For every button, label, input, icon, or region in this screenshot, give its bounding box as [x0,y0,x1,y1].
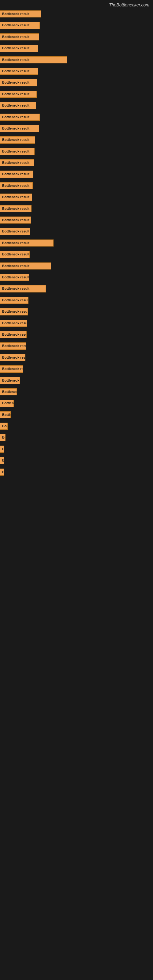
bar-row: Bottleneck result [0,136,153,145]
bar-row: Bottleneck result [0,388,153,397]
bar-row: Bottleneck result [0,433,153,443]
bar-row: Bottleneck result [0,331,153,340]
bottleneck-bar[interactable]: Bottleneck result [0,354,26,361]
bar-row: Bottleneck result [0,90,153,100]
bottleneck-bar[interactable]: Bottleneck result [0,377,20,384]
bottleneck-bar[interactable]: Bottleneck result [0,33,39,40]
bottleneck-bar[interactable]: Bottleneck result [0,320,27,327]
site-title-bar: TheBottlenecker.com [0,0,153,9]
bar-row: Bottleneck result [0,353,153,363]
bar-row: Bottleneck result [0,227,153,237]
bar-row: Bottleneck result [0,124,153,134]
bar-row: Bottleneck result [0,147,153,157]
bar-row: Bottleneck result [0,273,153,283]
bar-row: Bottleneck result [0,250,153,260]
bar-row: Bottleneck result [0,342,153,351]
bar-row: Bottleneck result [0,445,153,455]
bar-row: Bottleneck result [0,285,153,294]
bottleneck-bar[interactable]: Bottleneck result [0,148,35,155]
bar-row: Bottleneck result [0,422,153,431]
bar-row: Bottleneck result [0,170,153,180]
bar-row: Bottleneck result [0,319,153,329]
bottleneck-bar[interactable]: Bottleneck result [0,79,37,86]
bottleneck-bar[interactable]: Bottleneck result [0,342,26,350]
bar-row: Bottleneck result [0,193,153,202]
bottleneck-bar[interactable]: Bottleneck result [0,388,17,395]
bottleneck-bar[interactable]: Bottleneck result [0,136,35,143]
bottleneck-bar[interactable]: Bottleneck result [0,228,30,235]
bar-row: Bottleneck result [0,239,153,248]
bottleneck-bar[interactable]: Bottleneck result [0,56,67,64]
site-title: TheBottlenecker.com [0,0,153,9]
bar-row: Bottleneck result [0,67,153,76]
bar-row: Bottleneck result [0,113,153,123]
bottleneck-bar[interactable]: Bottleneck result [0,10,41,18]
bottleneck-bar[interactable]: Bottleneck result [0,216,31,224]
bottleneck-bar[interactable]: Bottleneck result [0,251,30,258]
bottleneck-bar[interactable]: Bottleneck result [0,114,40,121]
bar-row: Bottleneck result [0,159,153,168]
bar-row: Bottleneck result [0,365,153,374]
bottleneck-bar[interactable]: Bottleneck result [0,434,5,441]
bar-row: Bottleneck result [0,411,153,420]
bar-row: Bottleneck result [0,33,153,42]
bottleneck-bar[interactable]: Bottleneck result [0,22,40,29]
bottleneck-bar[interactable]: Bottleneck result [0,159,34,166]
bar-row: Bottleneck result [0,399,153,409]
bar-row: Bottleneck result [0,181,153,191]
bar-row: Bottleneck result [0,307,153,317]
bottleneck-bar[interactable]: Bottleneck result [0,331,27,338]
bottleneck-bar[interactable]: Bottleneck result [0,68,38,75]
bottleneck-bar[interactable]: Bottleneck result [0,182,33,189]
bar-row: Bottleneck result [0,216,153,225]
bottleneck-bar[interactable]: Bottleneck result [0,469,4,476]
bar-row: Bottleneck result [0,376,153,386]
bottleneck-bar[interactable]: Bottleneck result [0,125,39,132]
bar-row: Bottleneck result [0,468,153,477]
bar-row: Bottleneck result [0,21,153,30]
bar-row: Bottleneck result [0,10,153,19]
bottleneck-bar[interactable]: Bottleneck result [0,240,54,247]
bottleneck-bar[interactable]: Bottleneck result [0,365,23,372]
bars-container: Bottleneck resultBottleneck resultBottle… [0,9,153,480]
bottleneck-bar[interactable]: Bottleneck result [0,102,36,109]
bar-row: Bottleneck result [0,56,153,65]
bottleneck-bar[interactable]: Bottleneck result [0,274,29,281]
bar-row: Bottleneck result [0,101,153,111]
bottleneck-bar[interactable]: Bottleneck result [0,400,14,407]
bar-row: Bottleneck result [0,296,153,305]
bar-row: Bottleneck result [0,456,153,466]
bottleneck-bar[interactable]: Bottleneck result [0,297,29,304]
bar-row: Bottleneck result [0,205,153,214]
bottleneck-bar[interactable]: Bottleneck result [0,285,46,292]
bottleneck-bar[interactable]: Bottleneck result [0,411,11,418]
bottleneck-bar[interactable]: Bottleneck result [0,308,28,315]
bottleneck-bar[interactable]: Bottleneck result [0,262,51,269]
bottleneck-bar[interactable]: Bottleneck result [0,445,4,453]
bottleneck-bar[interactable]: Bottleneck result [0,423,8,430]
bottleneck-bar[interactable]: Bottleneck result [0,45,38,52]
bottleneck-bar[interactable]: Bottleneck result [0,170,33,178]
bottleneck-bar[interactable]: Bottleneck result [0,205,32,212]
bar-row: Bottleneck result [0,44,153,54]
bottleneck-bar[interactable]: Bottleneck result [0,457,4,464]
bar-row: Bottleneck result [0,262,153,271]
bottleneck-bar[interactable]: Bottleneck result [0,194,32,200]
bottleneck-bar[interactable]: Bottleneck result [0,91,37,98]
bar-row: Bottleneck result [0,78,153,88]
